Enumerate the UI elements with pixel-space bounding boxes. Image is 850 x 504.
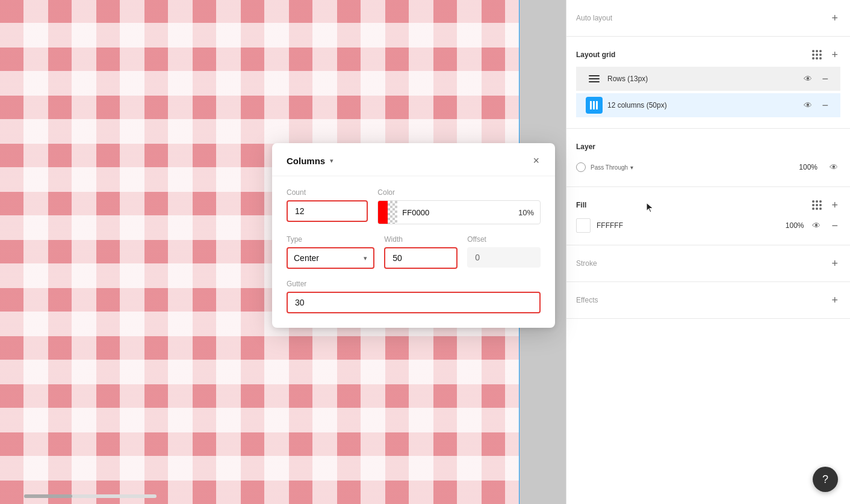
columns-minus-button[interactable]: − — [819, 99, 831, 112]
type-field-group: Type Center ▾ — [287, 235, 374, 269]
width-field-group: Width — [384, 235, 458, 269]
rows-icon-container — [586, 70, 603, 87]
blend-mode-label: Pass Through — [591, 164, 628, 171]
modal-close-button[interactable]: × — [532, 154, 541, 167]
fill-minus-button[interactable]: − — [829, 219, 840, 232]
columns-eye-button[interactable]: 👁 — [801, 99, 814, 111]
fill-add-button[interactable]: + — [829, 198, 840, 212]
dots-grid-icon — [812, 50, 822, 60]
canvas-scrollbar[interactable] — [24, 494, 157, 498]
eye-icon: 👁 — [804, 74, 812, 84]
color-field-group: Color 10% — [377, 188, 541, 224]
color-label: Color — [377, 188, 541, 197]
type-label: Type — [287, 235, 374, 244]
layout-grid-label: Layout grid — [576, 51, 615, 59]
blend-mode-dropdown[interactable]: Pass Through ▾ — [591, 164, 633, 171]
rows-grid-item[interactable]: Rows (13px) 👁 − — [576, 67, 840, 91]
fill-header-row: Fill + — [576, 195, 840, 215]
rows-item-actions: 👁 − — [801, 72, 831, 85]
minus-icon: − — [822, 73, 828, 84]
columns-grid-item[interactable]: 12 columns (50px) 👁 − — [576, 93, 840, 117]
opacity-value: 100% — [799, 163, 817, 171]
type-select[interactable]: Center ▾ — [287, 247, 374, 269]
layer-header-row: Layer — [576, 137, 840, 156]
fill-dots-button[interactable] — [810, 199, 824, 211]
auto-layout-add-button[interactable]: + — [829, 11, 840, 25]
width-label: Width — [384, 235, 458, 244]
effects-section: Effects + — [566, 282, 850, 319]
gutter-input[interactable] — [287, 292, 541, 313]
minus-icon: − — [822, 100, 828, 111]
offset-label: Offset — [467, 235, 541, 244]
width-input[interactable] — [384, 247, 458, 269]
fill-section: Fill + FFFFFF 100% 👁 — [566, 187, 850, 245]
count-field-group: Count — [287, 188, 368, 224]
plus-icon: + — [831, 49, 838, 60]
red-swatch — [378, 201, 388, 224]
layer-section: Layer Pass Through ▾ 100% 👁 — [566, 129, 850, 187]
color-input-wrapper[interactable]: 10% — [377, 200, 541, 224]
fill-color-swatch[interactable] — [576, 218, 591, 233]
layout-grid-dots-button[interactable] — [810, 49, 824, 61]
plus-icon: + — [831, 200, 838, 211]
gutter-label: Gutter — [287, 280, 541, 288]
columns-item-actions: 👁 − — [801, 99, 831, 112]
stroke-add-button[interactable]: + — [829, 257, 840, 270]
eye-icon: 👁 — [830, 162, 838, 172]
modal-title-chevron: ▾ — [330, 157, 333, 165]
hamburger-rows-icon — [589, 75, 600, 82]
eye-icon: 👁 — [812, 221, 821, 230]
fill-actions: + — [810, 198, 840, 212]
modal-header: Columns ▾ × — [272, 143, 555, 176]
type-chevron-icon: ▾ — [364, 254, 367, 262]
auto-layout-section: Auto layout + — [566, 0, 850, 37]
svg-rect-1 — [593, 101, 595, 109]
plus-icon: + — [831, 295, 838, 306]
gutter-row: Gutter — [287, 280, 541, 313]
svg-rect-0 — [590, 101, 592, 109]
layout-grid-header-row: Layout grid + — [576, 45, 840, 64]
columns-grid-icon — [589, 100, 599, 110]
right-panel: Auto layout + Layout grid + — [566, 0, 850, 504]
color-hex-input[interactable] — [397, 201, 518, 224]
svg-rect-2 — [596, 101, 598, 109]
fill-opacity-value: 100% — [786, 221, 804, 230]
rows-eye-button[interactable]: 👁 — [801, 73, 814, 85]
plus-icon: + — [831, 258, 838, 269]
scrollbar-thumb[interactable] — [24, 494, 72, 498]
auto-layout-row: Auto layout + — [576, 8, 840, 28]
layer-blend-icon — [576, 162, 586, 172]
fill-hex-value: FFFFFF — [597, 221, 780, 230]
columns-modal: Columns ▾ × Count Color 10% — [272, 143, 555, 328]
layout-grid-add-button[interactable]: + — [829, 48, 840, 61]
stroke-header-row: Stroke + — [576, 254, 840, 273]
fill-color-row: FFFFFF 100% 👁 − — [576, 215, 840, 236]
columns-icon-container — [586, 97, 603, 114]
stroke-label: Stroke — [576, 259, 597, 268]
layout-grid-section: Layout grid + — [566, 37, 850, 129]
fill-eye-button[interactable]: 👁 — [810, 220, 823, 232]
effects-header-row: Effects + — [576, 290, 840, 310]
layer-eye-button[interactable]: 👁 — [827, 161, 840, 173]
columns-label: 12 columns (50px) — [607, 101, 801, 109]
offset-input[interactable] — [467, 247, 541, 268]
type-value: Center — [294, 253, 360, 263]
help-button[interactable]: ? — [813, 467, 838, 492]
fill-label: Fill — [576, 201, 586, 209]
color-opacity-value: 10% — [518, 208, 540, 217]
count-label: Count — [287, 188, 368, 197]
eye-icon: 👁 — [804, 100, 812, 110]
layer-blend-row: Pass Through ▾ 100% 👁 — [576, 156, 840, 178]
dots-fill-icon — [812, 200, 822, 210]
effects-add-button[interactable]: + — [829, 293, 840, 307]
count-input[interactable] — [287, 200, 368, 222]
modal-body: Count Color 10% Type Cent — [272, 176, 555, 328]
layer-label: Layer — [576, 143, 595, 151]
rows-minus-button[interactable]: − — [819, 72, 831, 85]
auto-layout-label: Auto layout — [576, 14, 612, 22]
stroke-section: Stroke + — [566, 245, 850, 282]
layout-grid-actions: + — [810, 48, 840, 61]
offset-field-group: Offset — [467, 235, 541, 269]
count-color-row: Count Color 10% — [287, 188, 541, 224]
plus-icon: + — [831, 13, 838, 23]
